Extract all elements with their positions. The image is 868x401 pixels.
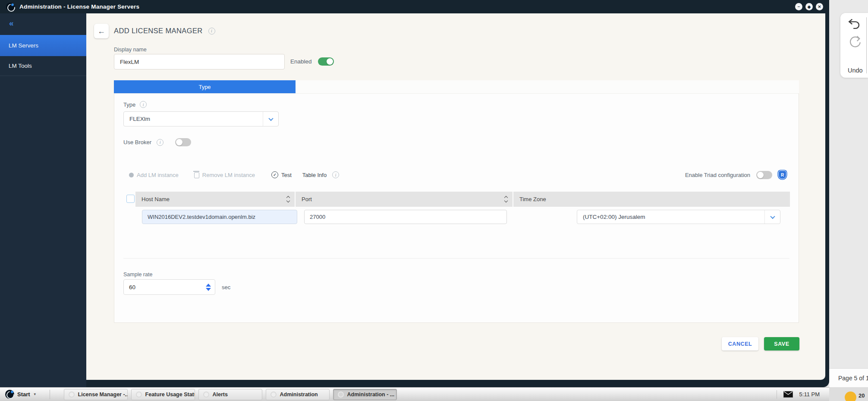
divider bbox=[777, 390, 777, 399]
background-app-panel: Undo Page 5 of 1 20 bbox=[829, 0, 868, 401]
row-checkbox[interactable] bbox=[126, 195, 135, 203]
test-button[interactable]: ✓ Test bbox=[271, 171, 292, 178]
taskbar-item-feature-usage-status[interactable]: Feature Usage Status bbox=[131, 389, 195, 400]
taskbar-item-administration[interactable]: Administration bbox=[266, 389, 330, 400]
sidebar-collapse-icon[interactable]: « bbox=[0, 13, 86, 28]
use-broker-toggle[interactable] bbox=[175, 138, 191, 146]
title-info-icon[interactable]: i bbox=[208, 28, 215, 35]
main-content: ← ADD LICENSE MANAGER i Display name Ena… bbox=[86, 13, 825, 380]
stepper-up-icon[interactable] bbox=[206, 284, 211, 287]
sample-rate-input[interactable] bbox=[124, 284, 202, 290]
column-header-port[interactable]: Port bbox=[296, 192, 513, 207]
trash-icon bbox=[194, 172, 199, 178]
host-name-input[interactable] bbox=[142, 210, 297, 224]
badge-strip: 20 bbox=[829, 387, 868, 401]
triad-toggle[interactable] bbox=[756, 171, 772, 179]
instance-toolbar: Add LM instance Remove LM instance ✓ Tes… bbox=[129, 171, 339, 178]
chevron-down-icon[interactable] bbox=[263, 112, 278, 126]
sort-icon[interactable] bbox=[287, 196, 289, 202]
enabled-toggle[interactable] bbox=[318, 57, 334, 66]
type-panel: Type Type i FLEXlm Use Broker i bbox=[114, 80, 799, 323]
divider bbox=[123, 258, 789, 259]
table-header: Host Name Port Time Zone bbox=[135, 192, 790, 207]
stepper-down-icon[interactable] bbox=[206, 288, 211, 291]
sidebar: « LM Servers LM Tools bbox=[0, 13, 86, 387]
display-name-input[interactable] bbox=[114, 54, 285, 69]
time-zone-value: (UTC+02:00) Jerusalem bbox=[577, 214, 764, 220]
app-logo-icon bbox=[136, 392, 142, 398]
taskbar-item-administration-active[interactable]: Administration - ... bbox=[333, 389, 397, 400]
type-dropdown[interactable]: FLEXlm bbox=[123, 111, 279, 126]
app-logo-icon bbox=[203, 392, 209, 398]
taskbar-item-license-manager[interactable]: License Manager -... bbox=[64, 389, 128, 400]
table-info-button[interactable]: Table Info bbox=[302, 172, 327, 178]
divider bbox=[50, 390, 50, 399]
undo-icon[interactable] bbox=[847, 17, 862, 31]
app-logo-icon bbox=[6, 3, 15, 11]
notification-count: 20 bbox=[859, 392, 865, 399]
test-check-icon: ✓ bbox=[271, 171, 278, 178]
app-window: Administration - License Manager Servers… bbox=[0, 0, 829, 387]
add-circle-icon bbox=[129, 173, 134, 177]
title-bar: Administration - License Manager Servers… bbox=[0, 0, 829, 13]
start-button[interactable]: Start ▼ bbox=[0, 390, 43, 399]
tab-type[interactable]: Type bbox=[114, 80, 296, 93]
taskbar-clock[interactable]: 5:11 PM bbox=[799, 391, 820, 398]
redo-icon[interactable] bbox=[847, 35, 862, 49]
app-logo-icon bbox=[69, 392, 75, 398]
sidebar-item-lm-tools[interactable]: LM Tools bbox=[0, 56, 86, 76]
enabled-label: Enabled bbox=[290, 58, 312, 65]
app-logo-icon bbox=[338, 392, 344, 398]
triad-shield-icon[interactable]: R bbox=[778, 171, 786, 179]
column-header-host-name[interactable]: Host Name bbox=[135, 192, 295, 207]
type-info-icon[interactable]: i bbox=[140, 101, 147, 108]
page-title: ADD LICENSE MANAGER i bbox=[114, 27, 215, 35]
undo-label: Undo bbox=[848, 67, 863, 74]
maximize-icon[interactable]: ◆ bbox=[805, 3, 813, 10]
caret-down-icon: ▼ bbox=[33, 392, 37, 396]
sample-rate-unit: sec bbox=[222, 284, 230, 290]
sample-rate-field bbox=[123, 279, 215, 295]
taskbar: Start ▼ License Manager -... Feature Usa… bbox=[0, 387, 829, 401]
display-name-label: Display name bbox=[114, 47, 147, 53]
sidebar-item-label: LM Tools bbox=[9, 63, 32, 69]
start-logo-icon bbox=[5, 390, 14, 399]
time-zone-dropdown[interactable]: (UTC+02:00) Jerusalem bbox=[577, 210, 780, 224]
port-input[interactable] bbox=[304, 210, 507, 224]
type-label: Type bbox=[123, 101, 135, 108]
cancel-button[interactable]: CANCEL bbox=[722, 337, 758, 350]
add-lm-instance-button[interactable]: Add LM instance bbox=[129, 172, 179, 178]
use-broker-info-icon[interactable]: i bbox=[157, 139, 164, 146]
window-title: Administration - License Manager Servers bbox=[19, 3, 139, 10]
app-logo-icon bbox=[270, 392, 277, 398]
mail-icon[interactable] bbox=[783, 391, 793, 398]
desktop: Administration - License Manager Servers… bbox=[0, 0, 868, 401]
notification-badge-icon[interactable] bbox=[845, 392, 856, 401]
close-icon[interactable]: ✕ bbox=[816, 3, 823, 10]
sidebar-item-lm-servers[interactable]: LM Servers bbox=[0, 35, 86, 56]
sort-icon[interactable] bbox=[505, 196, 507, 202]
use-broker-label: Use Broker bbox=[123, 139, 151, 145]
sidebar-item-label: LM Servers bbox=[9, 42, 38, 49]
tab-bar: Type bbox=[114, 80, 799, 93]
table-info-info-icon[interactable]: i bbox=[332, 171, 339, 178]
minimize-icon[interactable]: − bbox=[795, 3, 802, 10]
sample-rate-label: Sample rate bbox=[123, 272, 152, 278]
scrollbar[interactable] bbox=[866, 17, 867, 73]
sample-rate-stepper[interactable] bbox=[202, 284, 215, 291]
save-button[interactable]: SAVE bbox=[764, 337, 799, 350]
page-status: Page 5 of 1 bbox=[829, 368, 868, 387]
chevron-down-icon[interactable] bbox=[764, 210, 780, 224]
type-dropdown-value: FLEXlm bbox=[124, 116, 263, 122]
back-button[interactable]: ← bbox=[94, 24, 109, 38]
taskbar-item-alerts[interactable]: Alerts bbox=[198, 389, 262, 400]
column-header-time-zone[interactable]: Time Zone bbox=[513, 192, 790, 207]
table-row: (UTC+02:00) Jerusalem bbox=[114, 210, 799, 224]
remove-lm-instance-button[interactable]: Remove LM instance bbox=[194, 171, 255, 178]
undo-redo-card: Undo bbox=[840, 13, 868, 78]
triad-label: Enable Triad configuration bbox=[685, 172, 750, 178]
